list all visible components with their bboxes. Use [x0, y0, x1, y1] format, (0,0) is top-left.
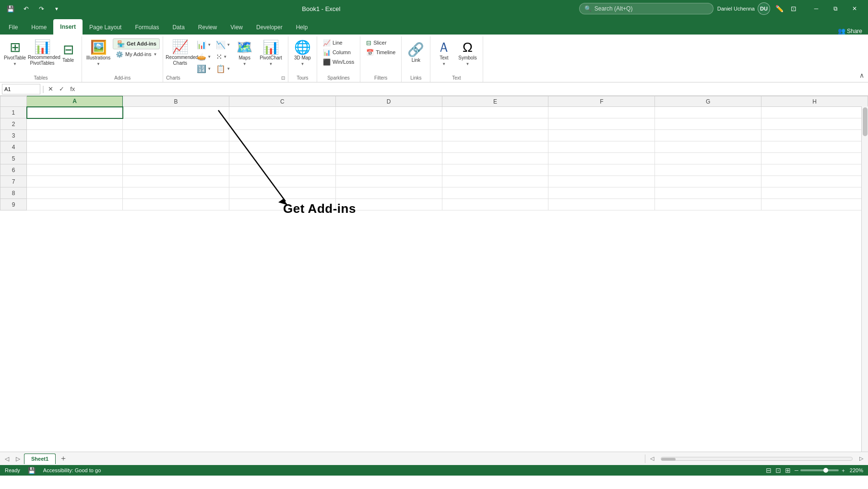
- cell-C2[interactable]: [229, 118, 335, 130]
- cell-E9[interactable]: [442, 199, 548, 210]
- undo-button[interactable]: ↶: [19, 2, 33, 15]
- cell-B6[interactable]: [123, 164, 229, 176]
- cell-G3[interactable]: [655, 130, 761, 141]
- cell-E8[interactable]: [442, 187, 548, 199]
- col-header-a[interactable]: A: [27, 96, 123, 107]
- status-save[interactable]: 💾: [28, 467, 36, 474]
- sheet-nav-prev[interactable]: ◁: [2, 454, 12, 464]
- cell-C9[interactable]: [229, 199, 335, 210]
- cell-A2[interactable]: [27, 118, 123, 130]
- cell-D5[interactable]: [335, 153, 442, 164]
- col-header-c[interactable]: C: [229, 96, 335, 107]
- text-button[interactable]: Ａ Text ▼: [433, 37, 454, 69]
- scrollbar-thumb[interactable]: [863, 107, 868, 136]
- cell-C3[interactable]: [229, 130, 335, 141]
- row-header-9[interactable]: 9: [0, 199, 27, 210]
- tab-page-layout[interactable]: Page Layout: [83, 20, 128, 35]
- tab-file[interactable]: File: [2, 20, 24, 35]
- line-sparkline-button[interactable]: 📈 Line: [320, 38, 357, 47]
- page-layout-view-button[interactable]: ⊡: [775, 466, 781, 474]
- recommended-pivottables-button[interactable]: 📊 Recommended PivotTables: [28, 37, 57, 69]
- timeline-button[interactable]: 📅 Timeline: [363, 48, 398, 57]
- cell-A4[interactable]: [27, 141, 123, 153]
- cell-A7[interactable]: [27, 176, 123, 187]
- cell-D8[interactable]: [335, 187, 442, 199]
- cell-F3[interactable]: [548, 130, 655, 141]
- row-header-4[interactable]: 4: [0, 141, 27, 153]
- row-header-7[interactable]: 7: [0, 176, 27, 187]
- col-header-b[interactable]: B: [123, 96, 229, 107]
- tab-review[interactable]: Review: [191, 20, 224, 35]
- scatter-chart-button[interactable]: ⁙ ▼: [214, 51, 229, 62]
- cell-F7[interactable]: [548, 176, 655, 187]
- cell-B4[interactable]: [123, 141, 229, 153]
- cell-H1[interactable]: [761, 107, 868, 118]
- combo-chart-button[interactable]: 📋 ▼: [214, 63, 232, 74]
- pie-chart-button[interactable]: 🥧 ▼: [195, 51, 213, 62]
- cell-C7[interactable]: [229, 176, 335, 187]
- tab-data[interactable]: Data: [166, 20, 191, 35]
- cell-D3[interactable]: [335, 130, 442, 141]
- accessibility-status[interactable]: Accessibility: Good to go: [43, 467, 101, 473]
- cell-A8[interactable]: [27, 187, 123, 199]
- h-scroll-thumb[interactable]: [661, 458, 676, 461]
- row-header-3[interactable]: 3: [0, 130, 27, 141]
- col-header-f[interactable]: F: [548, 96, 655, 107]
- cell-H2[interactable]: [761, 118, 868, 130]
- cell-F8[interactable]: [548, 187, 655, 199]
- save-button[interactable]: 💾: [4, 2, 17, 15]
- table-button[interactable]: ⊟ Table: [58, 37, 79, 69]
- pen-icon[interactable]: ✏️: [774, 3, 785, 14]
- cell-H5[interactable]: [761, 153, 868, 164]
- confirm-icon[interactable]: ✓: [57, 84, 66, 93]
- row-header-6[interactable]: 6: [0, 164, 27, 176]
- cell-C8[interactable]: [229, 187, 335, 199]
- cell-A9[interactable]: [27, 199, 123, 210]
- tab-developer[interactable]: Developer: [250, 20, 289, 35]
- cell-B1[interactable]: [123, 107, 229, 118]
- h-scroll-left[interactable]: ◁: [647, 455, 657, 462]
- cell-B7[interactable]: [123, 176, 229, 187]
- cell-G6[interactable]: [655, 164, 761, 176]
- slicer-button[interactable]: ⊟ Slicer: [363, 38, 398, 47]
- cell-F6[interactable]: [548, 164, 655, 176]
- user-area[interactable]: Daniel Uchenna DU: [717, 2, 770, 15]
- vertical-scrollbar[interactable]: [861, 106, 868, 465]
- zoom-in-button[interactable]: ＋: [841, 467, 846, 474]
- cell-F4[interactable]: [548, 141, 655, 153]
- charts-dialog-launcher[interactable]: ⊡: [281, 75, 285, 81]
- restore-button[interactable]: ⧉: [826, 2, 845, 15]
- cell-B3[interactable]: [123, 130, 229, 141]
- cell-D1[interactable]: [335, 107, 442, 118]
- cell-B8[interactable]: [123, 187, 229, 199]
- cell-D9[interactable]: [335, 199, 442, 210]
- h-scroll-right[interactable]: ▷: [856, 455, 866, 462]
- cell-H4[interactable]: [761, 141, 868, 153]
- search-box[interactable]: 🔍 Search (Alt+Q): [579, 3, 713, 14]
- col-header-e[interactable]: E: [442, 96, 548, 107]
- cell-A5[interactable]: [27, 153, 123, 164]
- zoom-level[interactable]: 220%: [850, 467, 863, 473]
- cell-E6[interactable]: [442, 164, 548, 176]
- zoom-slider[interactable]: [800, 469, 839, 471]
- col-header-g[interactable]: G: [655, 96, 761, 107]
- tab-formulas[interactable]: Formulas: [128, 20, 166, 35]
- symbols-button[interactable]: Ω Symbols ▼: [455, 37, 479, 69]
- cell-E3[interactable]: [442, 130, 548, 141]
- get-add-ins-button[interactable]: 🏪 Get Add-ins: [113, 38, 160, 49]
- waterfall-chart-button[interactable]: 🔢 ▼: [195, 63, 213, 74]
- ribbon-collapse-button[interactable]: ∧: [859, 36, 868, 82]
- cell-C6[interactable]: [229, 164, 335, 176]
- row-header-5[interactable]: 5: [0, 153, 27, 164]
- cell-F5[interactable]: [548, 153, 655, 164]
- name-box[interactable]: A1: [2, 84, 40, 94]
- my-add-ins-button[interactable]: ⚙️ My Add-ins ▼: [113, 50, 160, 59]
- normal-view-button[interactable]: ⊟: [766, 466, 772, 474]
- zoom-out-button[interactable]: ─: [795, 467, 798, 473]
- cell-H7[interactable]: [761, 176, 868, 187]
- bar-chart-button[interactable]: 📉 ▼: [214, 39, 232, 50]
- row-header-2[interactable]: 2: [0, 118, 27, 130]
- cell-E7[interactable]: [442, 176, 548, 187]
- page-break-view-button[interactable]: ⊞: [785, 466, 791, 474]
- tab-insert[interactable]: Insert: [53, 19, 83, 35]
